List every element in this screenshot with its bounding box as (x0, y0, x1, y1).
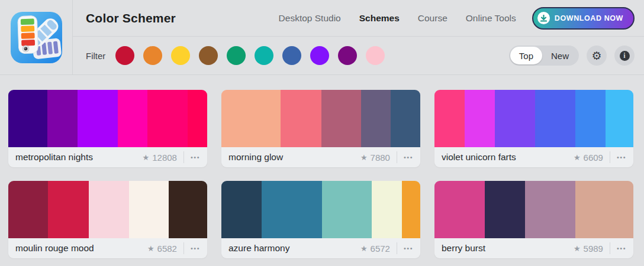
info-button[interactable]: i (614, 46, 635, 66)
swatch-row (8, 90, 207, 147)
filter-color-dot[interactable] (338, 46, 357, 65)
star-count[interactable]: ★ 7880 (360, 153, 390, 163)
filter-color-dot[interactable] (282, 46, 301, 65)
star-count[interactable]: ★ 6572 (360, 244, 390, 254)
footer-divider (183, 242, 184, 254)
top-new-toggle: TopNew (509, 46, 579, 66)
color-swatch[interactable] (391, 90, 420, 147)
more-menu-icon[interactable]: ••• (617, 245, 626, 252)
color-swatch[interactable] (402, 181, 420, 238)
color-swatch[interactable] (372, 181, 402, 238)
color-swatch[interactable] (575, 181, 633, 238)
filter-color-dot[interactable] (310, 46, 329, 65)
swatch-row (8, 181, 207, 238)
palette-card-footer: berry burst ★ 5989 ••• (434, 238, 633, 258)
more-menu-icon[interactable]: ••• (404, 154, 413, 161)
color-swatch[interactable] (434, 181, 485, 238)
color-swatch[interactable] (188, 90, 207, 147)
color-swatch[interactable] (221, 90, 281, 147)
more-menu-icon[interactable]: ••• (404, 245, 413, 252)
color-swatch[interactable] (281, 90, 321, 147)
color-swatch[interactable] (78, 90, 118, 147)
filter-color-dot[interactable] (115, 46, 134, 65)
color-swatch[interactable] (48, 181, 89, 238)
color-swatch[interactable] (434, 90, 465, 147)
palette-card: morning glow ★ 7880 ••• (221, 90, 420, 167)
palette-name[interactable]: morning glow (228, 152, 360, 163)
palette-card: moulin rouge mood ★ 6582 ••• (8, 181, 207, 258)
star-icon: ★ (147, 245, 154, 252)
palette-name[interactable]: berry burst (442, 243, 574, 254)
star-count-value: 12808 (152, 153, 177, 163)
download-now-button[interactable]: DOWNLOAD NOW (532, 7, 635, 30)
nav-item-schemes[interactable]: Schemes (359, 13, 400, 24)
nav-item-course[interactable]: Course (418, 13, 447, 24)
color-swatch[interactable] (129, 181, 169, 238)
nav-item-desktop-studio[interactable]: Desktop Studio (279, 13, 341, 24)
color-swatch[interactable] (485, 181, 525, 238)
filter-label: Filter (86, 51, 105, 61)
star-icon: ★ (360, 154, 368, 161)
filter-color-dot[interactable] (143, 46, 162, 65)
color-swatch[interactable] (322, 181, 372, 238)
color-swatch[interactable] (89, 181, 129, 238)
settings-button[interactable]: ⚙ (587, 46, 607, 66)
download-arrow-icon (537, 12, 550, 24)
star-count-value: 5989 (584, 244, 603, 254)
footer-divider (397, 151, 397, 163)
filter-bar: Filter TopNew ⚙ i (73, 37, 644, 74)
star-count[interactable]: ★ 12808 (143, 153, 177, 163)
color-swatch[interactable] (525, 181, 575, 238)
color-swatch[interactable] (147, 90, 188, 147)
top-bar: Color Schemer Desktop StudioSchemesCours… (73, 0, 644, 37)
star-count-value: 6609 (584, 153, 603, 163)
palette-card-footer: metropolitan nights ★ 12808 ••• (8, 147, 207, 167)
color-schemer-app-icon[interactable] (11, 12, 62, 63)
footer-divider (610, 151, 610, 163)
palette-card: metropolitan nights ★ 12808 ••• (8, 90, 207, 167)
color-swatch[interactable] (221, 181, 262, 238)
nav-item-online-tools[interactable]: Online Tools (466, 13, 516, 24)
swatch-row (434, 90, 633, 147)
filter-color-dot[interactable] (199, 46, 218, 65)
palette-card: azure harmony ★ 6572 ••• (221, 181, 420, 258)
color-swatch[interactable] (47, 90, 78, 147)
color-swatch[interactable] (321, 90, 361, 147)
color-swatch[interactable] (535, 90, 575, 147)
color-swatch[interactable] (575, 90, 606, 147)
toggle-option-top[interactable]: Top (510, 47, 542, 64)
star-icon: ★ (360, 245, 368, 252)
color-swatch[interactable] (169, 181, 207, 238)
filter-color-dot[interactable] (255, 46, 273, 65)
star-icon: ★ (574, 154, 581, 161)
toggle-option-new[interactable]: New (542, 47, 578, 64)
palette-name[interactable]: metropolitan nights (15, 152, 143, 163)
filter-controls: TopNew ⚙ i (509, 46, 635, 66)
footer-divider (610, 242, 610, 254)
palette-card: berry burst ★ 5989 ••• (434, 181, 633, 258)
more-menu-icon[interactable]: ••• (191, 154, 200, 161)
palette-name[interactable]: violet unicorn farts (442, 152, 574, 163)
more-menu-icon[interactable]: ••• (617, 154, 626, 161)
palette-name[interactable]: azure harmony (228, 243, 360, 254)
star-icon: ★ (143, 154, 150, 161)
color-swatch[interactable] (495, 90, 535, 147)
color-swatch[interactable] (465, 90, 495, 147)
star-count[interactable]: ★ 6609 (574, 153, 603, 163)
more-menu-icon[interactable]: ••• (191, 245, 200, 252)
color-swatch[interactable] (8, 181, 48, 238)
color-swatch[interactable] (361, 90, 391, 147)
color-swatch[interactable] (118, 90, 147, 147)
filter-color-dot[interactable] (366, 46, 385, 65)
main-nav: Desktop StudioSchemesCourseOnline Tools (279, 13, 516, 24)
star-count[interactable]: ★ 6582 (147, 244, 177, 254)
color-swatch[interactable] (262, 181, 322, 238)
filter-color-dot[interactable] (171, 46, 190, 65)
swatch-row (221, 181, 420, 238)
color-swatch[interactable] (606, 90, 633, 147)
star-count[interactable]: ★ 5989 (574, 244, 603, 254)
palette-name[interactable]: moulin rouge mood (15, 243, 147, 254)
color-swatch[interactable] (8, 90, 47, 147)
star-count-value: 6582 (157, 244, 177, 254)
filter-color-dot[interactable] (227, 46, 246, 65)
